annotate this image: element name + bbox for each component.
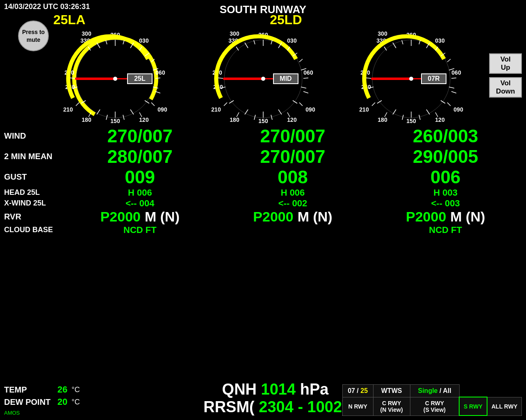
- datetime: 14/03/2022 UTC 03:26:31: [4, 2, 90, 11]
- svg-line-77: [299, 59, 303, 62]
- two-min-val-2: 270/007: [227, 146, 358, 167]
- table-row-2: N RWY C RWY(N View) C RWY(S View) S RWY …: [342, 397, 521, 415]
- svg-line-83: [254, 115, 255, 120]
- svg-text:030: 030: [435, 37, 445, 44]
- table-cell-c-rwy-s[interactable]: C RWY(S View): [410, 397, 459, 415]
- vol-buttons: VolUp VolDown: [489, 53, 522, 98]
- xwind-row: X-WIND 25L <-- 004 <-- 002 <-- 003: [4, 198, 522, 209]
- cloud-val-1: NCD FT: [74, 225, 205, 235]
- vol-up-button[interactable]: VolUp: [489, 53, 522, 74]
- vol-down-button[interactable]: VolDown: [489, 77, 522, 98]
- svg-line-110: [449, 87, 454, 88]
- xwind-val-1: <-- 004: [74, 198, 205, 209]
- qnh-value: 1014: [261, 381, 296, 398]
- svg-line-78: [303, 78, 308, 78]
- svg-text:090: 090: [305, 106, 315, 113]
- svg-text:060: 060: [303, 69, 313, 76]
- header: 14/03/2022 UTC 03:26:31 SOUTH RUNWAY: [0, 0, 526, 11]
- svg-line-80: [299, 103, 303, 106]
- head-val-1: H 006: [74, 187, 205, 198]
- wind-row: WIND 270/007 270/007 260/003: [4, 126, 522, 146]
- svg-line-34: [155, 78, 160, 78]
- table-cell-single-all[interactable]: Single / All: [410, 384, 459, 397]
- temp-label: TEMP: [4, 385, 53, 395]
- dew-point-row: DEW POINT 20 °C: [4, 397, 80, 407]
- cloud-val-2: [227, 225, 358, 235]
- svg-line-85: [224, 103, 227, 106]
- amos-label: AMOS: [4, 410, 80, 416]
- table-row-1: 07 / 25 WTWS Single / All: [342, 384, 521, 397]
- svg-point-15: [113, 77, 117, 81]
- two-min-val-3: 290/005: [380, 146, 511, 167]
- svg-line-79: [303, 91, 308, 93]
- svg-line-35: [155, 91, 160, 93]
- svg-text:150: 150: [258, 118, 268, 124]
- head-val-3: H 003: [380, 187, 511, 198]
- table-cell-s-rwy[interactable]: S RWY: [459, 397, 487, 415]
- table-cell-c-rwy-n[interactable]: C RWY(N View): [373, 397, 410, 415]
- gauges-row: /* rendered via JS below */ 360 030 060 …: [0, 30, 526, 124]
- cloud-base-values: NCD FT NCD FT: [64, 225, 522, 235]
- svg-text:300: 300: [378, 30, 387, 37]
- svg-text:090: 090: [157, 106, 167, 113]
- gust-val-1: 009: [74, 167, 205, 187]
- svg-text:210: 210: [359, 106, 369, 113]
- wind-values: 270/007 270/007 260/003: [64, 126, 522, 146]
- svg-text:180: 180: [230, 116, 239, 123]
- svg-line-41: [76, 103, 79, 106]
- head-25l-row: HEAD 25L H 006 H 006 H 003: [4, 187, 522, 198]
- svg-text:090: 090: [453, 106, 463, 113]
- mute-button[interactable]: Press to mute: [18, 21, 49, 51]
- two-min-val-1: 280/007: [74, 146, 205, 167]
- svg-line-67: [293, 100, 297, 103]
- gust-label: GUST: [4, 172, 64, 182]
- svg-text:060: 060: [451, 69, 461, 76]
- svg-point-103: [409, 77, 413, 81]
- two-min-mean-values: 280/007 270/007 290/005: [64, 146, 522, 167]
- svg-line-126: [419, 115, 420, 120]
- svg-text:07R: 07R: [428, 75, 440, 82]
- svg-line-124: [447, 103, 451, 106]
- wind-val-2: 270/007: [227, 126, 358, 146]
- svg-line-82: [271, 115, 272, 120]
- xwind-val-3: <-- 003: [380, 198, 511, 209]
- temp-value: 26: [57, 384, 67, 395]
- table-cell-n-rwy[interactable]: N RWY: [342, 397, 373, 415]
- gust-row: GUST 009 008 006: [4, 167, 522, 187]
- svg-line-115: [377, 100, 382, 103]
- rrsm-value: 2304 - 1002: [259, 398, 342, 415]
- cloud-base-label: CLOUD BASE: [4, 226, 64, 234]
- svg-text:210: 210: [211, 106, 221, 113]
- gust-values: 009 008 006: [64, 167, 522, 187]
- head-25l-label: HEAD 25L: [4, 188, 64, 197]
- svg-line-123: [451, 91, 456, 93]
- rrsm-prefix: RRSM(: [203, 398, 259, 415]
- xwind-val-2: <-- 002: [227, 198, 358, 209]
- wind-val-1: 270/007: [74, 126, 205, 146]
- gauge-25l-svg: /* rendered via JS below */ 360 030 060 …: [62, 30, 169, 124]
- dew-point-value: 20: [57, 397, 67, 407]
- svg-line-42: [70, 78, 75, 78]
- svg-text:120: 120: [435, 116, 445, 123]
- table-cell-all-rwy[interactable]: ALL RWY: [487, 397, 522, 415]
- gust-val-2: 008: [227, 167, 358, 187]
- svg-text:180: 180: [378, 116, 387, 123]
- table-cell-runway[interactable]: 07 / 25: [342, 384, 373, 397]
- svg-line-111: [441, 100, 445, 103]
- svg-line-121: [447, 59, 451, 62]
- xwind-values: <-- 004 <-- 002 <-- 003: [64, 198, 522, 209]
- svg-text:030: 030: [287, 37, 297, 44]
- rvr-val-2: P2000 M (N): [227, 209, 358, 225]
- gauge-07r: 360 030 060 090 120 150 180 210 270 330 …: [358, 30, 465, 124]
- svg-text:150: 150: [406, 118, 416, 124]
- svg-text:300: 300: [230, 30, 239, 37]
- svg-line-36: [151, 103, 155, 106]
- rvr-values: P2000 M (N) P2000 M (N) P2000 M (N): [64, 209, 522, 225]
- qnh-suffix: hPa: [296, 381, 328, 398]
- temp-row: TEMP 26 °C: [4, 384, 80, 395]
- temp-unit: °C: [71, 386, 80, 394]
- svg-text:210: 210: [63, 106, 73, 113]
- cloud-base-row: CLOUD BASE NCD FT NCD FT: [4, 225, 522, 235]
- head-25l-values: H 006 H 006 H 003: [64, 187, 522, 198]
- bottom-left: TEMP 26 °C DEW POINT 20 °C AMOS: [4, 384, 80, 416]
